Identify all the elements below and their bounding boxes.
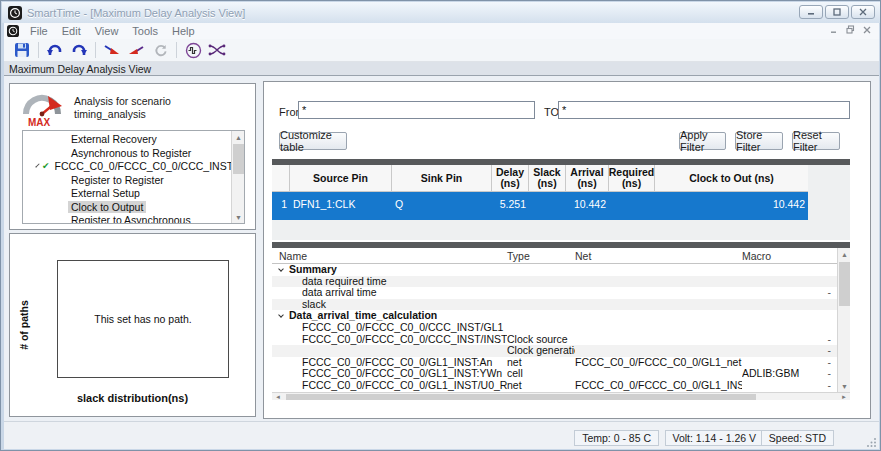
scrollbar-thumb[interactable] [839, 262, 850, 306]
slack-header[interactable]: Slack (ns) [529, 165, 566, 192]
detail-horizontal-scrollbar[interactable]: ◄ ► [272, 392, 850, 400]
arrival-header[interactable]: Arrival (ns) [566, 165, 609, 192]
scroll-left-icon[interactable]: ◄ [272, 393, 284, 401]
table-row[interactable]: Data_arrival_time_calculation [272, 310, 837, 322]
window-title: SmartTime - [Maximum Delay Analysis View… [27, 7, 245, 19]
scroll-right-icon[interactable]: ► [838, 393, 850, 401]
tree-scrollbar[interactable]: ▲ ▼ [231, 131, 244, 223]
store-filter-button[interactable]: Store Filter [735, 132, 783, 150]
table-row[interactable]: FCCC_C0_0/FCCC_C0_0/CCC_INST/INST_CCC_IP… [272, 334, 837, 346]
from-input[interactable] [298, 101, 535, 119]
table-row[interactable]: slack [272, 299, 837, 311]
mdi-close-button[interactable] [863, 26, 871, 36]
tab-maximum-delay-analysis-view[interactable]: Maximum Delay Analysis View [4, 63, 151, 75]
path-detail-table: Name Type Net Macro Summary data require… [272, 242, 850, 400]
min-delay-analysis-icon [127, 42, 145, 58]
detail-vertical-scrollbar[interactable]: ▲ ▼ [837, 248, 850, 392]
save-button[interactable] [10, 40, 34, 60]
minimize-button[interactable] [799, 5, 823, 19]
table-row[interactable]: Summary [272, 264, 837, 276]
max-delay-analysis-button[interactable] [100, 40, 124, 60]
cross-probe-button[interactable] [205, 40, 229, 60]
resize-grip-icon[interactable] [867, 437, 877, 447]
mdi-minimize-button[interactable] [830, 26, 838, 36]
required-cell [609, 192, 655, 220]
scroll-up-icon[interactable]: ▲ [838, 248, 851, 260]
path-row-selected[interactable]: 1 DFN1_1:CLK Q 5.251 10.442 10.442 [272, 192, 808, 220]
required-header[interactable]: Required (ns) [609, 165, 655, 192]
minimize-icon [807, 8, 815, 16]
sink-pin-cell: Q [392, 192, 492, 220]
maximize-icon [833, 8, 841, 16]
maximize-button[interactable] [825, 5, 849, 19]
redo-icon [70, 42, 88, 58]
name-header[interactable]: Name [279, 248, 307, 264]
min-delay-analysis-button[interactable] [124, 40, 148, 60]
tree-item-register-to-register[interactable]: Register to Register [23, 174, 231, 188]
scrollbar-thumb[interactable] [233, 144, 244, 174]
chevron-down-icon[interactable] [35, 163, 39, 167]
table-row[interactable]: Clock generation - [272, 345, 837, 357]
arrival-cell: 10.442 [566, 192, 609, 220]
menu-edit[interactable]: Edit [55, 25, 88, 37]
scroll-down-icon[interactable]: ▼ [232, 211, 245, 223]
menu-tools[interactable]: Tools [125, 25, 165, 37]
tree-item-register-to-asynchronous[interactable]: Register to Asynchronous [23, 214, 231, 224]
clock-constraints-icon [185, 42, 202, 59]
refresh-icon [153, 43, 168, 58]
sink-pin-header[interactable]: Sink Pin [392, 165, 492, 192]
row-number-header[interactable] [272, 165, 290, 192]
toolbar-separator [176, 42, 177, 58]
menu-help[interactable]: Help [165, 25, 202, 37]
voltage-status: Volt: 1.14 - 1.26 V [665, 430, 764, 446]
net-header[interactable]: Net [575, 248, 591, 264]
tree-item-asynchronous-to-register[interactable]: Asynchronous to Register [23, 147, 231, 161]
check-icon: ✔ [42, 160, 50, 174]
scenario-label: Analysis for scenario timing_analysis [74, 95, 171, 128]
tree-item-clock-to-output[interactable]: Clock to Output [23, 201, 231, 215]
save-icon [14, 42, 30, 58]
table-row[interactable]: data arrival time - [272, 287, 837, 299]
clock-constraints-button[interactable] [181, 40, 205, 60]
tree-item-external-setup[interactable]: External Setup [23, 187, 231, 201]
macro-header[interactable]: Macro [742, 248, 771, 264]
title-bar[interactable]: SmartTime - [Maximum Delay Analysis View… [2, 2, 881, 23]
redo-button[interactable] [67, 40, 91, 60]
cross-probe-icon [208, 43, 226, 57]
undo-icon [46, 42, 64, 58]
detail-table-header: Name Type Net Macro [272, 248, 837, 264]
scroll-up-icon[interactable]: ▲ [232, 131, 245, 143]
histogram-y-label: # of paths [18, 300, 30, 350]
close-button[interactable] [851, 5, 875, 19]
scenario-tree-panel: MAX Analysis for scenario timing_analysi… [9, 83, 256, 230]
clock-to-out-header[interactable]: Clock to Out (ns) [655, 165, 808, 192]
type-header[interactable]: Type [507, 248, 530, 264]
speed-status: Speed: STD [761, 430, 834, 446]
scrollbar-thumb[interactable] [286, 394, 756, 400]
refresh-button[interactable] [148, 40, 172, 60]
view-tab-bar: Maximum Delay Analysis View [4, 62, 879, 76]
table-row[interactable]: FCCC_C0_0/FCCC_C0_0/GL1_INST/U0_RGB1:An … [272, 380, 837, 392]
status-bar: Temp: 0 - 85 C Volt: 1.14 - 1.26 V Speed… [4, 421, 879, 449]
source-pin-header[interactable]: Source Pin [290, 165, 392, 192]
table-row[interactable]: FCCC_C0_0/FCCC_C0_0/GL1_INST:YWn cell AD… [272, 368, 837, 380]
reset-filter-button[interactable]: Reset Filter [792, 132, 840, 150]
tree-item-external-recovery[interactable]: External Recovery [23, 133, 231, 147]
histogram-x-label: slack distribution(ns) [10, 392, 255, 404]
table-row[interactable]: data required time [272, 276, 837, 288]
tree-node-fccc-gl1[interactable]: ✔ FCCC_C0_0/FCCC_C0_0/CCC_INST/GL1 [23, 160, 231, 174]
delay-header[interactable]: Delay (ns) [492, 165, 529, 192]
undo-button[interactable] [43, 40, 67, 60]
table-row[interactable]: FCCC_C0_0/FCCC_C0_0/GL1_INST:An net FCCC… [272, 357, 837, 369]
to-input[interactable] [558, 101, 850, 119]
menu-file[interactable]: File [23, 25, 55, 37]
mdi-restore-button[interactable] [846, 25, 855, 36]
clock-app-icon [8, 6, 22, 20]
slack-histogram-panel: # of paths This set has no path. slack d… [9, 233, 256, 417]
scroll-down-icon[interactable]: ▼ [838, 380, 851, 392]
menu-view[interactable]: View [88, 25, 126, 37]
customize-table-button[interactable]: Customize table [279, 132, 347, 150]
apply-filter-button[interactable]: Apply Filter [679, 132, 726, 150]
row-number: 1 [272, 192, 290, 220]
table-row[interactable]: FCCC_C0_0/FCCC_C0_0/CCC_INST/GL1 [272, 322, 837, 334]
